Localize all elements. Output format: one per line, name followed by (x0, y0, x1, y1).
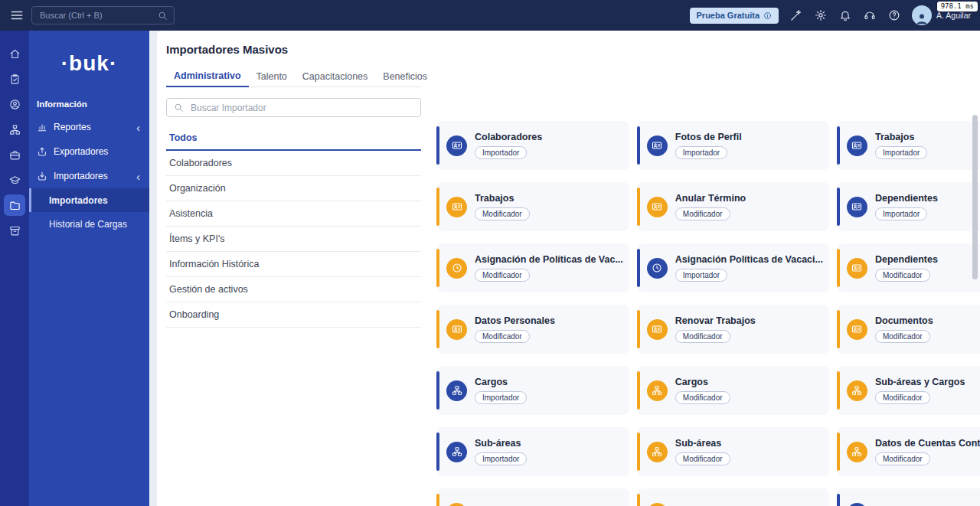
importer-search-input[interactable] (189, 102, 413, 114)
tab-label: Administrativo (174, 70, 241, 81)
category-item[interactable]: Gestión de activos (166, 277, 421, 302)
category-item[interactable]: Onboarding (166, 302, 421, 328)
card-badge: Modificador (475, 207, 530, 220)
importer-card[interactable]: Datos Personales Modificador (436, 305, 629, 354)
importer-card[interactable]: Trabajos Modificador (436, 182, 629, 231)
rail-records-icon[interactable] (4, 220, 25, 241)
card-icon (446, 135, 467, 156)
category-item[interactable]: Organización (166, 176, 421, 201)
importer-card[interactable]: Cargos Modificador (637, 366, 829, 415)
card-accent-bar (837, 371, 840, 410)
avatar (912, 5, 932, 25)
card-badge: Importador (475, 452, 527, 465)
card-icon (446, 380, 467, 401)
sidebar-subitem-importadores[interactable]: Importadores (29, 188, 149, 212)
gear-icon[interactable] (815, 9, 827, 21)
card-badge: Modificador (875, 391, 930, 404)
card-title: Documentos (875, 315, 933, 326)
card-accent-bar (637, 494, 640, 506)
sidebar-subitem-historial-de-cargas[interactable]: Historial de Cargas (29, 212, 149, 236)
importer-card[interactable] (637, 488, 829, 506)
rail-profile-icon[interactable] (4, 93, 25, 115)
chevron-left-icon: ‹ (136, 171, 142, 182)
importer-card[interactable] (837, 488, 980, 506)
importer-card[interactable]: Renovar Trabajos Modificador (637, 305, 829, 354)
rail-tasks-icon[interactable] (4, 68, 25, 90)
card-text: Dependientes Importador (875, 193, 944, 220)
card-accent-bar (436, 126, 439, 165)
importer-card[interactable] (436, 488, 629, 506)
category-item[interactable]: Colaboradores (166, 151, 421, 176)
card-icon (847, 503, 867, 506)
card-badge: Importador (675, 269, 727, 282)
help-icon[interactable] (888, 9, 900, 21)
importer-card[interactable]: Sub-áreas Modificador (637, 427, 829, 476)
importer-card[interactable]: Sub-áreas y Cargos Modificador (837, 366, 980, 415)
magic-wand-icon[interactable] (790, 9, 802, 21)
tab-label: Beneficios (383, 71, 427, 82)
importer-card[interactable]: Asignación Políticas de Vacaci... Import… (637, 243, 829, 292)
menu-icon[interactable] (10, 8, 24, 22)
sidebar-item-importadores[interactable]: Importadores ‹ (29, 164, 149, 188)
tab-administrativo[interactable]: Administrativo (166, 66, 249, 87)
rail-home-icon[interactable] (4, 43, 25, 64)
card-badge: Modificador (675, 452, 730, 465)
category-item[interactable]: Ítems y KPI's (166, 227, 421, 252)
card-badge: Modificador (475, 330, 530, 343)
rail-jobs-icon[interactable] (4, 144, 25, 165)
tab-capacitaciones[interactable]: Capacitaciones (295, 66, 375, 87)
tab-beneficios[interactable]: Beneficios (375, 66, 435, 87)
sidebar-item-exportadores[interactable]: Exportadores ‹ (29, 139, 149, 164)
importer-search[interactable] (166, 98, 421, 117)
card-title: Colaboradores (475, 132, 542, 142)
card-accent-bar (837, 494, 840, 506)
cards-grid: Colaboradores Importador Fotos de Perfil… (436, 121, 963, 506)
category-item[interactable]: Asistencia (166, 201, 421, 227)
card-title: Asignación de Políticas de Vac... (475, 254, 623, 265)
importer-card[interactable]: Anular Término Modificador (637, 182, 829, 231)
card-icon (446, 258, 467, 279)
card-icon (847, 197, 867, 217)
sidebar-submenu: Importadores Historial de Cargas (29, 188, 149, 236)
tab-label: Talento (256, 71, 287, 82)
global-search[interactable] (31, 6, 175, 24)
importer-card[interactable]: Documentos Modificador (837, 305, 980, 354)
importer-card[interactable]: Cargos Importador (436, 366, 629, 415)
tab-talento[interactable]: Talento (249, 66, 295, 87)
card-badge: Importador (875, 207, 927, 220)
scrollbar-thumb[interactable] (972, 115, 978, 279)
importer-card[interactable]: Colaboradores Importador (436, 121, 629, 170)
card-accent-bar (637, 188, 640, 226)
trial-button[interactable]: Prueba Gratuita (690, 8, 779, 24)
importer-card[interactable]: Asignación de Políticas de Vac... Modifi… (436, 243, 629, 292)
card-text: Asignación de Políticas de Vac... Modifi… (475, 254, 629, 282)
card-badge: Importador (875, 146, 927, 159)
importer-card[interactable]: Dependientes Importador (837, 182, 980, 231)
card-badge: Modificador (875, 269, 930, 282)
global-search-input[interactable] (38, 10, 158, 21)
importer-card[interactable]: Sub-áreas Importador (436, 427, 629, 476)
importer-card[interactable]: Dependientes Modificador (837, 243, 980, 292)
card-title: Sub-áreas (675, 438, 730, 449)
category-label: Onboarding (169, 309, 219, 320)
rail-organization-icon[interactable] (4, 119, 25, 140)
card-accent-bar (837, 126, 840, 165)
card-badge: Importador (475, 146, 527, 159)
main-content: Importadores Masivos Administrativo Tale… (157, 31, 980, 506)
rail-files-icon[interactable] (4, 194, 25, 216)
rail-training-icon[interactable] (4, 169, 25, 191)
card-icon (647, 258, 668, 279)
bell-icon[interactable] (839, 9, 851, 21)
importer-card[interactable]: Datos de Cuentas Contables Modificador (837, 427, 980, 476)
card-icon (847, 442, 867, 462)
card-icon (647, 442, 668, 462)
category-item[interactable]: Todos (166, 126, 421, 151)
card-icon (647, 135, 668, 156)
importer-card[interactable]: Trabajos Importador (837, 121, 980, 170)
card-accent-bar (637, 249, 640, 287)
support-icon[interactable] (864, 9, 876, 21)
importer-card[interactable]: Fotos de Perfil Importador (637, 121, 829, 170)
category-item[interactable]: Información Histórica (166, 252, 421, 277)
card-badge: Modificador (675, 391, 730, 404)
sidebar-item-reportes[interactable]: Reportes ‹ (29, 115, 149, 139)
